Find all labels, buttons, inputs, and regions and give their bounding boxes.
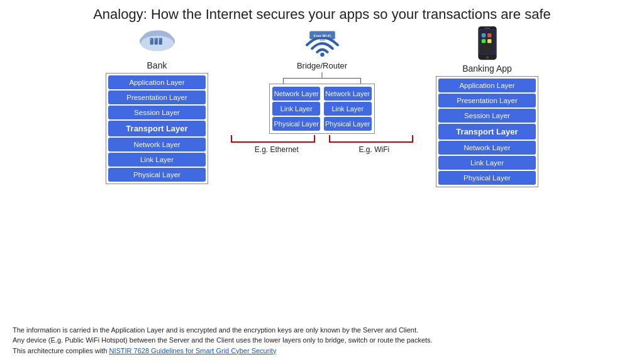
app-stack: Application LayerPresentation LayerSessi… bbox=[436, 76, 538, 187]
app-label: Banking App bbox=[462, 63, 512, 74]
bottom-line3: This architecture complies with bbox=[13, 347, 109, 354]
router-right-layer: Link Layer bbox=[324, 102, 372, 116]
bridge-router-label: Bridge/Router bbox=[297, 61, 347, 70]
svg-rect-6 bbox=[158, 38, 162, 45]
router-right-stack: Network LayerLink LayerPhysical Layer bbox=[324, 87, 372, 131]
bank-label: Bank bbox=[147, 60, 167, 70]
bank-layer: Network Layer bbox=[108, 138, 206, 151]
app-layer: Application Layer bbox=[438, 79, 536, 92]
bottom-line1: The information is carried in the Applic… bbox=[13, 326, 418, 334]
eg-ethernet-label: E.g. Ethernet bbox=[255, 145, 299, 154]
bottom-line2: Any device (E.g. Public WiFi Hotspot) be… bbox=[13, 336, 433, 344]
bank-stack: Application LayerPresentation LayerSessi… bbox=[106, 73, 208, 184]
svg-point-7 bbox=[150, 39, 152, 40]
eg-wifi-label: E.g. WiFi bbox=[359, 145, 390, 154]
svg-rect-20 bbox=[481, 39, 485, 43]
svg-text:spot: spot bbox=[319, 38, 325, 41]
bank-icon bbox=[135, 26, 179, 60]
svg-point-9 bbox=[159, 39, 160, 40]
svg-text:Free Wi-Fi: Free Wi-Fi bbox=[313, 34, 331, 38]
bank-layer: Presentation Layer bbox=[108, 90, 206, 104]
svg-rect-18 bbox=[481, 33, 485, 37]
app-layer: Link Layer bbox=[438, 156, 536, 170]
app-layer: Presentation Layer bbox=[438, 94, 536, 107]
app-column: Banking App Application LayerPresentatio… bbox=[432, 26, 542, 187]
router-box: Network LayerLink LayerPhysical Layer Ne… bbox=[269, 84, 374, 134]
app-layer: Physical Layer bbox=[438, 171, 536, 185]
nistir-link[interactable]: NISTIR 7628 Guidelines for Smart Grid Cy… bbox=[109, 347, 276, 354]
router-column: Free Wi-Fi spot Bridge/Router Network La… bbox=[218, 26, 426, 154]
router-left-stack: Network LayerLink LayerPhysical Layer bbox=[272, 87, 320, 131]
bank-layer: Transport Layer bbox=[108, 121, 206, 136]
router-left-layer: Physical Layer bbox=[272, 117, 320, 131]
svg-point-8 bbox=[155, 39, 156, 40]
svg-rect-5 bbox=[154, 38, 157, 45]
bank-layer: Application Layer bbox=[108, 75, 206, 89]
bank-layer: Physical Layer bbox=[108, 168, 206, 182]
app-icon bbox=[475, 26, 500, 63]
app-layer: Transport Layer bbox=[438, 124, 536, 140]
app-layer: Session Layer bbox=[438, 109, 536, 123]
page-title: Analogy: How the Internet secures your a… bbox=[13, 6, 631, 23]
svg-point-10 bbox=[320, 53, 325, 57]
svg-rect-19 bbox=[487, 33, 491, 37]
bank-layer: Session Layer bbox=[108, 106, 206, 119]
router-left-layer: Link Layer bbox=[272, 102, 320, 116]
diagram-area: Bank Application LayerPresentation Layer… bbox=[13, 26, 631, 322]
router-right-layer: Physical Layer bbox=[324, 117, 372, 131]
svg-point-22 bbox=[486, 56, 489, 59]
router-right-layer: Network Layer bbox=[324, 87, 372, 101]
svg-rect-4 bbox=[150, 38, 153, 45]
bottom-text-area: The information is carried in the Applic… bbox=[13, 325, 631, 356]
app-layer: Network Layer bbox=[438, 141, 536, 155]
router-left-layer: Network Layer bbox=[272, 87, 320, 101]
svg-rect-21 bbox=[487, 39, 491, 43]
bank-column: Bank Application LayerPresentation Layer… bbox=[102, 26, 212, 184]
eg-labels: E.g. Ethernet E.g. WiFi bbox=[225, 145, 419, 154]
wifi-icon: Free Wi-Fi spot bbox=[302, 26, 343, 61]
red-brackets bbox=[231, 135, 413, 144]
tree-connector bbox=[234, 72, 410, 84]
bank-layer: Link Layer bbox=[108, 153, 206, 167]
svg-rect-23 bbox=[484, 28, 490, 28]
